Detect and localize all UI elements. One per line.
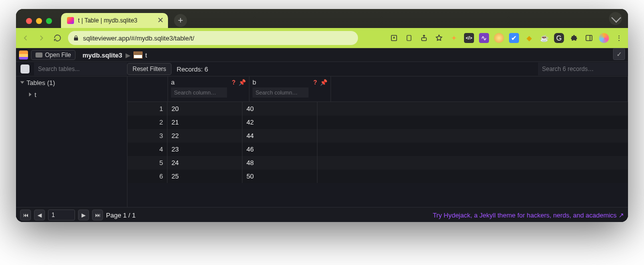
column-name: b [252, 78, 256, 86]
data-grid: a ? 📌 b ? 📌 [128, 76, 628, 207]
browser-tab[interactable]: t | Table | mydb.sqlite3 [61, 13, 168, 28]
cell-b[interactable]: 42 [242, 116, 318, 129]
last-page-button[interactable]: ⏭ [92, 210, 103, 220]
open-file-button[interactable]: Open File [31, 50, 76, 60]
extension-icon[interactable]: ✔ [509, 33, 519, 43]
table-row[interactable]: 42346 [128, 142, 628, 156]
records-count: Records: 6 [176, 66, 208, 73]
sidebar-tables-heading[interactable]: Tables (1) [16, 76, 127, 88]
extension-icon[interactable] [494, 33, 504, 43]
close-window-button[interactable] [26, 18, 32, 24]
nullable-icon: ? [232, 79, 236, 86]
install-app-icon[interactable] [389, 33, 399, 43]
breadcrumb-db[interactable]: mydb.sqlite3 [82, 52, 122, 59]
open-file-label: Open File [45, 52, 71, 58]
table-row[interactable]: 52448 [128, 156, 628, 170]
api-icon[interactable] [16, 64, 34, 74]
extension-icon[interactable]: </> [464, 33, 474, 43]
first-page-button[interactable]: ⏮ [20, 210, 31, 220]
cell-empty [318, 116, 628, 129]
column-header-a[interactable]: a ? 📌 [168, 76, 250, 102]
cell-b[interactable]: 48 [242, 156, 318, 170]
back-button[interactable] [20, 32, 31, 44]
cell-empty [318, 129, 628, 142]
forward-button[interactable] [36, 32, 47, 44]
table-row[interactable]: 22142 [128, 116, 628, 129]
cell-b[interactable]: 46 [242, 142, 318, 156]
column-header-b[interactable]: b ? 📌 [250, 76, 331, 102]
extension-icon[interactable]: ☕ [539, 33, 549, 43]
sidebar-table-item[interactable]: t [16, 88, 127, 100]
cell-b[interactable]: 44 [242, 129, 318, 142]
cell-a[interactable]: 23 [168, 142, 242, 156]
reload-button[interactable] [52, 32, 63, 44]
sidebar-item-label: t [34, 91, 36, 98]
address-bar[interactable]: sqliteviewer.app/#/mydb.sqlite3/table/t/ [68, 31, 358, 45]
reset-filters-button[interactable]: Reset Filters [127, 63, 172, 75]
extension-icon[interactable]: G [554, 33, 564, 43]
cell-a[interactable]: 20 [168, 102, 242, 116]
table-row[interactable]: 62550 [128, 170, 628, 183]
svg-rect-0 [74, 38, 78, 40]
promo-link[interactable]: Try Hydejack, a Jekyll theme for hackers… [432, 212, 624, 219]
cell-a[interactable]: 24 [168, 156, 242, 170]
table-icon [134, 52, 142, 58]
sidebar: Tables (1) t [16, 76, 128, 207]
pin-icon[interactable]: 📌 [238, 79, 246, 86]
chevron-right-icon [29, 92, 32, 96]
nullable-icon: ? [314, 79, 317, 86]
search-records-input[interactable] [538, 62, 628, 76]
prev-page-button[interactable]: ◀ [34, 210, 45, 220]
breadcrumb-sep-icon: ▶ [126, 52, 130, 59]
window-controls [20, 18, 58, 28]
cell-empty [318, 156, 628, 170]
table-row[interactable]: 32244 [128, 129, 628, 142]
row-number: 1 [128, 102, 168, 116]
minimize-window-button[interactable] [36, 18, 42, 24]
side-panel-icon[interactable] [584, 33, 594, 43]
close-tab-button[interactable] [157, 16, 164, 24]
row-number: 3 [128, 129, 168, 142]
cell-a[interactable]: 22 [168, 129, 242, 142]
share-icon[interactable] [419, 33, 429, 43]
new-tab-button[interactable]: + [174, 14, 187, 27]
column-name: a [171, 78, 174, 86]
tab-overflow-button[interactable] [609, 12, 622, 25]
toolbar-actions: ✦ </> ∿ ✔ ◆ ☕ G ⋮ [389, 33, 624, 43]
page-input[interactable] [48, 210, 75, 220]
cell-a[interactable]: 21 [168, 116, 242, 129]
row-number: 5 [128, 156, 168, 170]
table-row[interactable]: 12040 [128, 102, 628, 116]
breadcrumb-table[interactable]: t [146, 52, 148, 59]
column-search-input[interactable] [171, 88, 227, 98]
tab-title: t | Table | mydb.sqlite3 [78, 17, 138, 24]
app-logo-icon [19, 50, 28, 60]
breadcrumb: mydb.sqlite3 ▶ t [82, 52, 147, 59]
pin-icon[interactable]: 📌 [320, 79, 328, 86]
reader-icon[interactable] [404, 33, 414, 43]
extension-icon[interactable]: ∿ [479, 33, 489, 43]
chevron-down-icon [20, 82, 24, 84]
bookmark-star-icon[interactable] [434, 33, 444, 43]
cell-b[interactable]: 50 [242, 170, 318, 183]
lock-icon [73, 35, 79, 41]
cell-empty [318, 142, 628, 156]
cell-empty [318, 170, 628, 183]
column-search-input[interactable] [252, 88, 308, 98]
search-tables-input[interactable] [34, 62, 127, 76]
tables-heading-label: Tables (1) [26, 79, 55, 86]
next-page-button[interactable]: ▶ [78, 210, 89, 220]
extensions-menu-icon[interactable] [569, 33, 579, 43]
zoom-window-button[interactable] [46, 18, 52, 24]
browser-menu-icon[interactable]: ⋮ [614, 33, 624, 43]
url-text: sqliteviewer.app/#/mydb.sqlite3/table/t/ [83, 34, 194, 42]
svg-rect-4 [586, 36, 592, 41]
page-indicator: Page 1 / 1 [106, 212, 136, 219]
profile-avatar[interactable] [599, 33, 609, 43]
extension-icon[interactable]: ◆ [524, 33, 534, 43]
cell-b[interactable]: 40 [242, 102, 318, 116]
extension-icon[interactable]: ✦ [449, 33, 459, 43]
cell-a[interactable]: 25 [168, 170, 242, 183]
row-number: 6 [128, 170, 168, 183]
confirm-button[interactable]: ✓ [613, 48, 625, 60]
